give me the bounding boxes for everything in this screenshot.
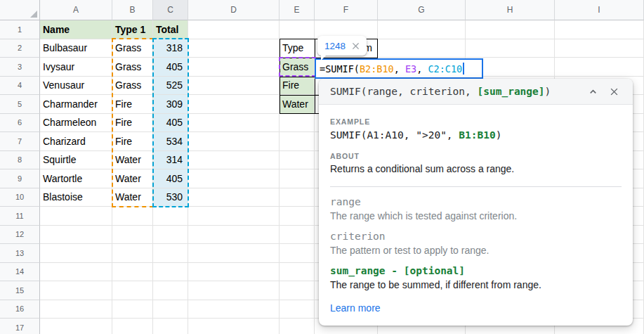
cell-H2[interactable]	[466, 39, 555, 58]
cell-B16[interactable]	[112, 300, 153, 319]
cell-E7[interactable]	[280, 132, 315, 151]
column-header-h[interactable]: H	[466, 0, 555, 20]
cell-C6[interactable]: 405	[153, 114, 188, 133]
cell-B3[interactable]: Grass	[112, 58, 153, 77]
cell-D9[interactable]	[188, 169, 280, 188]
cell-E15[interactable]	[280, 281, 315, 300]
cell-C7[interactable]: 534	[153, 132, 188, 151]
cell-E5[interactable]: Water	[280, 95, 315, 114]
column-header-i[interactable]: I	[555, 0, 644, 20]
row-header-4[interactable]: 4	[0, 77, 40, 96]
cell-A2[interactable]: Bulbasaur	[40, 39, 112, 58]
cell-A6[interactable]: Charmeleon	[40, 114, 112, 133]
cell-D7[interactable]	[188, 132, 280, 151]
cell-A13[interactable]	[40, 244, 112, 263]
column-header-b[interactable]: B	[112, 0, 153, 20]
learn-more-link[interactable]: Learn more	[330, 302, 381, 314]
cell-C16[interactable]	[153, 300, 188, 319]
row-header-14[interactable]: 14	[0, 263, 40, 282]
column-header-a[interactable]: A	[40, 0, 112, 20]
cell-C15[interactable]	[153, 281, 188, 300]
row-header-2[interactable]: 2	[0, 39, 40, 58]
cell-I2[interactable]	[555, 39, 644, 58]
cell-C9[interactable]: 405	[153, 169, 188, 188]
row-header-15[interactable]: 15	[0, 281, 40, 300]
cell-E6[interactable]	[280, 114, 315, 133]
cell-D11[interactable]	[188, 207, 280, 226]
cell-B10[interactable]: Water	[112, 188, 153, 207]
cell-D16[interactable]	[188, 300, 280, 319]
row-header-9[interactable]: 9	[0, 169, 40, 188]
cell-D1[interactable]	[188, 20, 280, 39]
cell-B2[interactable]: Grass	[112, 39, 153, 58]
cell-B5[interactable]: Fire	[112, 95, 153, 114]
cell-B9[interactable]: Water	[112, 169, 153, 188]
cell-B6[interactable]: Fire	[112, 114, 153, 133]
cell-B15[interactable]	[112, 281, 153, 300]
cell-D15[interactable]	[188, 281, 280, 300]
cell-D5[interactable]	[188, 95, 280, 114]
row-header-16[interactable]: 16	[0, 300, 40, 319]
column-header-c[interactable]: C	[153, 0, 188, 20]
cell-D13[interactable]	[188, 244, 280, 263]
row-header-5[interactable]: 5	[0, 95, 40, 114]
cell-A4[interactable]: Venusaur	[40, 77, 112, 96]
cell-D3[interactable]	[188, 58, 280, 77]
cell-I1[interactable]	[555, 20, 644, 39]
cell-A8[interactable]: Squirtle	[40, 151, 112, 170]
cell-D10[interactable]	[188, 188, 280, 207]
cell-D17[interactable]	[188, 319, 280, 334]
formula-input[interactable]: =SUMIF(B2:B10, E3, C2:C10	[315, 58, 483, 79]
cell-E11[interactable]	[280, 207, 315, 226]
cell-E2[interactable]: Type	[280, 39, 315, 58]
cell-C14[interactable]	[153, 263, 188, 282]
cell-C11[interactable]	[153, 207, 188, 226]
select-all-corner[interactable]	[0, 0, 40, 20]
row-header-7[interactable]: 7	[0, 132, 40, 151]
cell-D2[interactable]	[188, 39, 280, 58]
cell-C13[interactable]	[153, 244, 188, 263]
cell-A14[interactable]	[40, 263, 112, 282]
cell-E13[interactable]	[280, 244, 315, 263]
row-header-6[interactable]: 6	[0, 114, 40, 133]
cell-C8[interactable]: 314	[153, 151, 188, 170]
cell-D4[interactable]	[188, 77, 280, 96]
cell-B13[interactable]	[112, 244, 153, 263]
cell-D6[interactable]	[188, 114, 280, 133]
row-header-11[interactable]: 11	[0, 207, 40, 226]
cell-B8[interactable]: Water	[112, 151, 153, 170]
cell-C10[interactable]: 530	[153, 188, 188, 207]
chip-close-icon[interactable]	[352, 42, 360, 50]
cell-E10[interactable]	[280, 188, 315, 207]
cell-E3[interactable]: Grass	[280, 58, 315, 77]
cell-C1[interactable]: Total	[153, 20, 188, 39]
column-header-g[interactable]: G	[378, 0, 466, 20]
row-header-10[interactable]: 10	[0, 188, 40, 207]
cell-C3[interactable]: 405	[153, 58, 188, 77]
cell-I3[interactable]	[555, 58, 644, 77]
cell-E17[interactable]	[280, 319, 315, 334]
column-header-d[interactable]: D	[188, 0, 280, 20]
cell-G2[interactable]	[378, 39, 466, 58]
cell-B4[interactable]: Grass	[112, 77, 153, 96]
cell-B17[interactable]	[112, 319, 153, 334]
cell-E1[interactable]	[280, 20, 315, 39]
cell-A12[interactable]	[40, 226, 112, 245]
cell-D8[interactable]	[188, 151, 280, 170]
cell-D14[interactable]	[188, 263, 280, 282]
cell-E4[interactable]: Fire	[280, 77, 315, 96]
cell-C5[interactable]: 309	[153, 95, 188, 114]
row-header-13[interactable]: 13	[0, 244, 40, 263]
cell-E8[interactable]	[280, 151, 315, 170]
collapse-help-button[interactable]	[585, 84, 600, 99]
cell-B11[interactable]	[112, 207, 153, 226]
cell-E12[interactable]	[280, 226, 315, 245]
cell-E16[interactable]	[280, 300, 315, 319]
cell-A1[interactable]: Name	[40, 20, 112, 39]
cell-B14[interactable]	[112, 263, 153, 282]
cell-C12[interactable]	[153, 226, 188, 245]
column-header-e[interactable]: E	[280, 0, 315, 20]
cell-A9[interactable]: Wartortle	[40, 169, 112, 188]
row-header-8[interactable]: 8	[0, 151, 40, 170]
cell-C4[interactable]: 525	[153, 77, 188, 96]
